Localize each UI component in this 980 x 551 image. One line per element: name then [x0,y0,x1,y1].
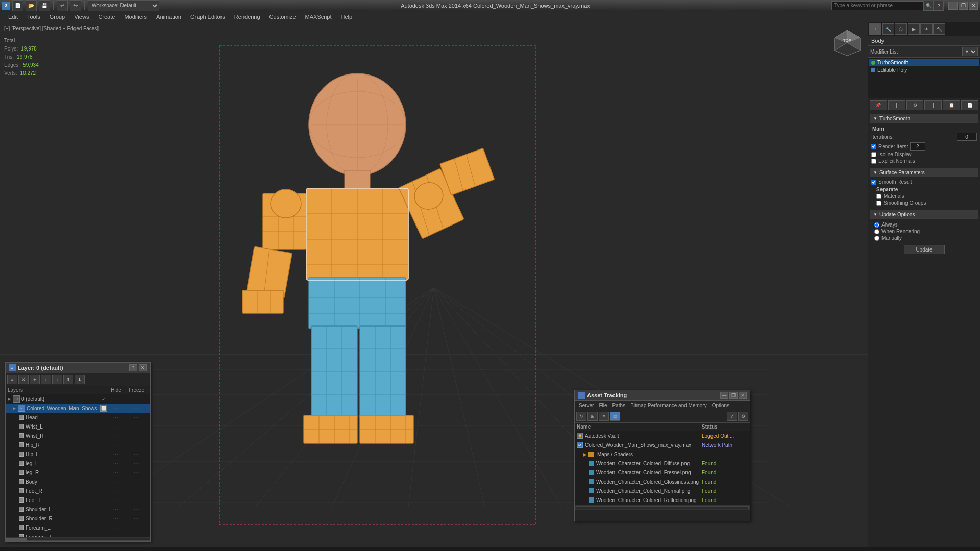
asset-minimize-btn[interactable]: — [720,392,728,399]
render-iters-input[interactable] [910,142,925,151]
layer-item-forearmr[interactable]: Forearm_R ··· ··· [6,532,150,537]
scroll-thumb[interactable] [6,538,27,541]
open-btn[interactable]: 📂 [26,0,37,11]
rpanel-tab-6[interactable]: 🔨 [933,23,945,35]
smoothing-groups-check[interactable] [876,201,881,206]
help-btn[interactable]: ? [934,1,944,11]
viewport-area[interactable]: [+] [Perspective] [Shaded + Edged Faces]… [0,22,868,547]
asset-item-normal[interactable]: Wooden_Character_Colored_Normal.png Foun… [575,486,750,495]
layers-help-btn[interactable]: ? [129,364,137,371]
asset-scroll-track[interactable] [576,506,749,509]
layer-item-footr[interactable]: Foot_R ··· ··· [6,486,150,495]
rpanel-tab-1[interactable]: + [869,23,881,35]
layer-item-wristr[interactable]: Wrist_R ··· ··· [6,431,150,440]
when-rendering-radio[interactable] [874,229,879,234]
asset-item-diffuse[interactable]: Wooden_Character_Colored_Diffuse.png Fou… [575,459,750,468]
layer-item-footl[interactable]: Foot_L ··· ··· [6,495,150,505]
asset-item-maxfile[interactable]: M Colored_Wooden_Man_Shows_max_vray.max … [575,440,750,449]
new-btn[interactable]: 📄 [12,0,23,11]
asset-item-maps[interactable]: ▶ Maps / Shaders [575,449,750,459]
asset-item-reflection[interactable]: Wooden_Character_Colored_Reflection.png … [575,495,750,505]
mod-tools-btn[interactable]: ⚙ [906,100,924,110]
menu-help[interactable]: Help [337,12,357,22]
always-radio[interactable] [874,222,879,228]
mod-copy-btn[interactable]: 📋 [943,100,960,110]
asset-menu-paths[interactable]: Paths [610,402,628,409]
asset-scrollbar[interactable] [575,505,750,510]
iterations-input[interactable] [957,133,977,141]
layer-item-default[interactable]: ▶ □ 0 (default) ✓ ··· ··· [6,394,150,404]
redo-btn[interactable]: ↪ [70,0,81,11]
menu-group[interactable]: Group [45,12,69,22]
asset-menu-options[interactable]: Options [710,402,731,409]
search-input[interactable] [831,1,923,10]
layer-item-selected[interactable]: ▶ ≡ Colored_Wooden_Man_Shows ⬜ ··· ··· [6,404,150,413]
isoline-check[interactable] [871,152,876,157]
mod-item-turbosmooth[interactable]: TurboSmooth [869,59,979,66]
update-options-header[interactable]: Update Options [870,210,978,219]
asset-item-fresnel[interactable]: Wooden_Character_Colored_Fresnel.png Fou… [575,468,750,477]
menu-customize[interactable]: Customize [265,12,300,22]
turbosmooth-section-header[interactable]: TurboSmooth [870,114,978,123]
layers-tool-4[interactable]: ↑ [41,375,51,384]
mod-paste-btn[interactable]: 📄 [961,100,978,110]
smooth-result-check[interactable] [871,180,876,185]
manually-radio[interactable] [874,236,879,241]
menu-tools[interactable]: Tools [23,12,44,22]
minimize-btn[interactable]: — [948,2,958,10]
layer-item-legl[interactable]: leg_L ··· ··· [6,459,150,468]
rpanel-tab-5[interactable]: 👁 [920,23,933,35]
nav-cube[interactable]: TOP [832,28,863,58]
layer-item-hipl[interactable]: Hip_L ··· ··· [6,449,150,459]
layer-item-body[interactable]: Body ··· ··· [6,477,150,486]
layers-tool-6[interactable]: ⬆ [63,375,74,384]
rpanel-tab-2[interactable]: 🔧 [882,23,894,35]
asset-item-vault[interactable]: 🔒 Autodesk Vault Logged Out ... [575,431,750,440]
layer-item-shoulderl[interactable]: Shoulder_L ··· ··· [6,505,150,514]
workspace-dropdown[interactable]: Workspace: Default [88,0,159,11]
layer-item-shoulderr[interactable]: Shoulder_R ··· ··· [6,514,150,523]
layer-item-head[interactable]: Head ··· ··· [6,413,150,422]
menu-modifiers[interactable]: Modifiers [120,12,151,22]
asset-tool-4[interactable]: ▤ [610,412,620,421]
asset-close-btn[interactable]: ✕ [739,392,747,399]
asset-tool-3[interactable]: ≡ [599,412,609,421]
update-button[interactable]: Update [904,245,945,254]
layers-tool-3[interactable]: + [30,375,40,384]
layers-tool-5[interactable]: ↓ [52,375,62,384]
layers-tool-1[interactable]: ≡ [7,375,17,384]
asset-tool-1[interactable]: ↻ [576,412,586,421]
layers-close-btn[interactable]: ✕ [139,364,147,371]
save-btn[interactable]: 💾 [39,0,50,11]
asset-help-btn[interactable]: ? [727,412,737,421]
layer-item-legr[interactable]: leg_R ··· ··· [6,468,150,477]
layers-tool-7[interactable]: ⬇ [75,375,85,384]
rpanel-tab-3[interactable]: ⬡ [895,23,907,35]
asset-list[interactable]: 🔒 Autodesk Vault Logged Out ... M Colore… [575,431,750,505]
search-icon-btn[interactable]: 🔍 [923,1,934,11]
mod-pin-btn[interactable]: 📌 [870,100,887,110]
asset-menu-bitmap[interactable]: Bitmap Performance and Memory [628,402,709,409]
asset-item-glossiness[interactable]: Wooden_Character_Colored_Glossiness.png … [575,477,750,486]
layer-item-hipr[interactable]: Hip_R ··· ··· [6,440,150,449]
menu-views[interactable]: Views [70,12,93,22]
close-btn[interactable]: ✕ [969,2,978,10]
asset-menu-server[interactable]: Server [577,402,596,409]
layer-item-wristl[interactable]: Wrist_L ··· ··· [6,422,150,431]
layers-scrollbar[interactable] [6,537,150,541]
scroll-track[interactable] [6,538,150,541]
layer-item-forearml[interactable]: Forearm_L ··· ··· [6,523,150,532]
layers-list[interactable]: ▶ □ 0 (default) ✓ ··· ··· ▶ ≡ Colored_Wo… [6,394,150,537]
surface-params-header[interactable]: Surface Parameters [870,168,978,177]
asset-menu-file[interactable]: File [597,402,609,409]
materials-check[interactable] [876,194,881,199]
asset-settings-btn[interactable]: ⚙ [738,412,748,421]
rpanel-tab-4[interactable]: ▶ [908,23,920,35]
explicit-normals-check[interactable] [871,159,876,164]
undo-btn[interactable]: ↩ [57,0,68,11]
asset-restore-btn[interactable]: ❐ [729,392,738,399]
menu-animation[interactable]: Animation [152,12,185,22]
layers-tool-2[interactable]: ✕ [18,375,29,384]
mod-item-editpoly[interactable]: Editable Poly [869,66,979,74]
menu-rendering[interactable]: Rendering [230,12,264,22]
